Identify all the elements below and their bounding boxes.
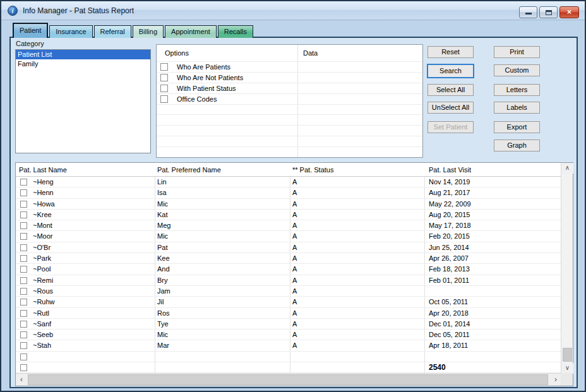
- cell-status: A: [292, 320, 297, 328]
- horizontal-scrollbar[interactable]: ‹ ›: [16, 373, 561, 386]
- cell-last: ~O'Br: [33, 244, 51, 251]
- table-row[interactable]: ~SanfTyeADec 01, 2014: [16, 319, 561, 330]
- row-checkbox[interactable]: [20, 277, 27, 284]
- labels-button[interactable]: Labels: [494, 102, 540, 114]
- row-checkbox[interactable]: [20, 211, 27, 218]
- table-row[interactable]: ~RemiBryAFeb 01, 2011: [16, 275, 561, 286]
- graph-button[interactable]: Graph: [494, 140, 540, 151]
- table-row[interactable]: ~MoorMicAFeb 20, 2015: [16, 231, 561, 242]
- cell-preferred: Bry: [157, 276, 168, 284]
- category-listbox[interactable]: Patient ListFamily: [15, 49, 151, 153]
- row-checkbox[interactable]: [20, 201, 27, 208]
- row-checkbox[interactable]: [20, 244, 27, 251]
- cell-status: A: [292, 200, 297, 208]
- row-checkbox[interactable]: [20, 233, 27, 240]
- horizontal-scroll-thumb[interactable]: [28, 374, 548, 385]
- tab-billing[interactable]: Billing: [133, 25, 164, 38]
- category-item-family[interactable]: Family: [16, 59, 150, 69]
- row-checkbox[interactable]: [20, 266, 27, 273]
- option-row[interactable]: With Patient Status: [157, 83, 422, 94]
- row-checkbox[interactable]: [20, 179, 27, 186]
- cell-preferred: Kee: [157, 254, 170, 262]
- cell-visit: Dec 05, 2011: [429, 331, 470, 338]
- tab-insurance[interactable]: Insurance: [49, 25, 92, 38]
- custom-button[interactable]: Custom: [494, 64, 540, 76]
- table-row[interactable]: ~StahMarAApr 18, 2011: [16, 340, 561, 351]
- scroll-left-icon[interactable]: ‹: [16, 374, 27, 386]
- row-checkbox[interactable]: [20, 364, 27, 371]
- select-all-button[interactable]: Select All: [428, 84, 474, 96]
- option-label: Who Are Not Patients: [177, 74, 243, 81]
- header-pat-last-name[interactable]: Pat. Last Name: [19, 166, 67, 174]
- table-row[interactable]: ~O'BrPatAJun 25, 2014: [16, 242, 561, 253]
- table-total-row[interactable]: 2540: [16, 362, 561, 373]
- scroll-up-icon[interactable]: ∧: [561, 163, 573, 174]
- minimize-button[interactable]: [519, 6, 537, 18]
- table-row[interactable]: ~RousJamA: [16, 286, 561, 297]
- tab-appointment[interactable]: Appointment: [165, 25, 217, 38]
- cell-status: A: [292, 211, 297, 218]
- option-checkbox[interactable]: [160, 74, 168, 81]
- table-row[interactable]: ~HennIsaAAug 21, 2017: [16, 187, 561, 198]
- table-row[interactable]: ~HengLinANov 14, 2019: [16, 177, 561, 187]
- window-title: Info Manager - Pat Status Report: [23, 6, 134, 15]
- row-checkbox[interactable]: [20, 321, 27, 328]
- table-row[interactable]: ~ParkKeeAApr 26, 2007: [16, 253, 561, 264]
- search-button[interactable]: Search: [427, 64, 474, 78]
- cell-status: A: [292, 222, 297, 229]
- close-button[interactable]: ×: [559, 6, 579, 18]
- export-button[interactable]: Export: [494, 121, 540, 133]
- patient-table-body: ~HengLinANov 14, 2019~HennIsaAAug 21, 20…: [16, 177, 561, 373]
- table-row[interactable]: ~MontMegAMay 17, 2018: [16, 220, 561, 231]
- row-checkbox[interactable]: [20, 331, 27, 338]
- print-button[interactable]: Print: [494, 46, 540, 58]
- cell-last: ~Seeb: [33, 331, 53, 338]
- maximize-button[interactable]: [539, 6, 558, 18]
- table-row[interactable]: ~PoolAndAFeb 18, 2013: [16, 264, 561, 275]
- cell-preferred: Jil: [157, 298, 164, 306]
- letters-button[interactable]: Letters: [494, 84, 540, 96]
- close-icon: ×: [567, 8, 571, 16]
- row-checkbox[interactable]: [20, 353, 27, 360]
- table-row[interactable]: ~SeebMicADec 05, 2011: [16, 330, 561, 340]
- option-row[interactable]: Who Are Not Patients: [157, 73, 422, 83]
- header-pat-preferred-name[interactable]: Pat. Preferred Name: [157, 166, 221, 174]
- row-checkbox[interactable]: [20, 288, 27, 295]
- reset-button[interactable]: Reset: [428, 46, 474, 58]
- table-row[interactable]: ~HowaMicAMay 22, 2009: [16, 199, 561, 210]
- table-row[interactable]: ~RutlRosAApr 20, 2018: [16, 308, 561, 319]
- header-pat-status[interactable]: ** Pat. Status: [292, 166, 333, 174]
- window-controls: ×: [519, 6, 579, 18]
- table-row[interactable]: ~RuhwJilAOct 05, 2011: [16, 297, 561, 307]
- table-row[interactable]: ~KreeKatAAug 20, 2015: [16, 210, 561, 220]
- option-row[interactable]: Office Codes: [157, 94, 422, 105]
- row-checkbox[interactable]: [20, 255, 27, 262]
- scroll-down-icon[interactable]: ∨: [561, 363, 573, 374]
- option-row[interactable]: Who Are Patients: [157, 62, 422, 73]
- maximize-icon: [546, 10, 552, 15]
- option-checkbox[interactable]: [160, 85, 168, 92]
- cell-status: A: [292, 265, 297, 273]
- unselect-all-button[interactable]: UnSelect All: [428, 102, 474, 114]
- option-empty-row: [157, 147, 422, 158]
- cell-preferred: And: [157, 265, 170, 273]
- row-checkbox[interactable]: [20, 310, 27, 317]
- row-checkbox[interactable]: [20, 222, 27, 229]
- vertical-scroll-thumb[interactable]: [563, 348, 572, 362]
- row-checkbox[interactable]: [20, 342, 27, 349]
- tab-referral[interactable]: Referral: [94, 25, 131, 38]
- tab-patient[interactable]: Patient: [13, 23, 48, 38]
- table-empty-row[interactable]: [16, 352, 561, 362]
- cell-last: ~Heng: [33, 178, 54, 186]
- scroll-right-icon[interactable]: ›: [550, 374, 561, 386]
- header-pat-last-visit[interactable]: Pat. Last Visit: [429, 166, 471, 174]
- tab-recalls[interactable]: Recalls: [218, 25, 253, 38]
- row-checkbox[interactable]: [20, 299, 27, 306]
- cell-preferred: Mar: [157, 342, 169, 349]
- app-icon: i: [8, 6, 18, 16]
- category-item-patient-list[interactable]: Patient List: [16, 50, 150, 59]
- row-checkbox[interactable]: [20, 189, 27, 196]
- vertical-scrollbar[interactable]: ∧ ∨: [561, 163, 573, 374]
- option-checkbox[interactable]: [160, 95, 168, 103]
- option-checkbox[interactable]: [160, 63, 168, 71]
